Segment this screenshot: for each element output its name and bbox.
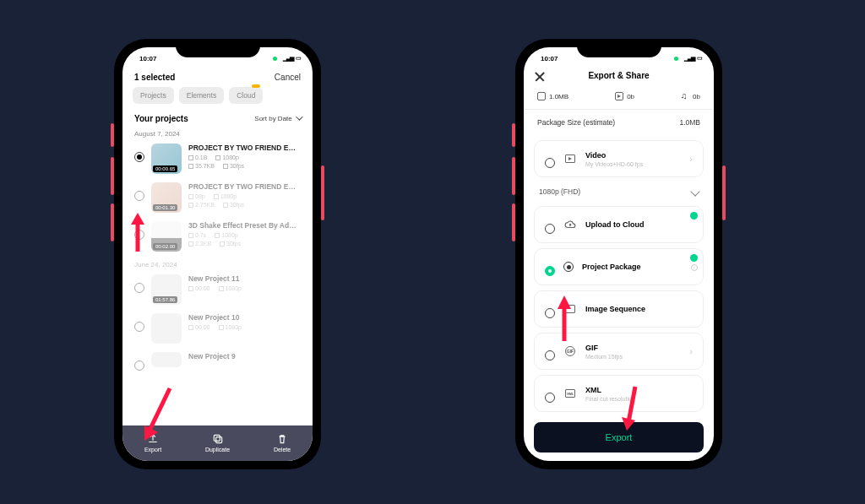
project-title: New Project 10: [188, 313, 301, 322]
export-icon: [147, 433, 159, 445]
radio[interactable]: [134, 322, 144, 332]
delete-action[interactable]: Delete: [274, 433, 291, 453]
tab-elements[interactable]: Elements: [179, 87, 224, 104]
side-button: [722, 165, 726, 220]
project-row[interactable]: 00:00.65 PROJECT BY TWO FRIEND EDITO... …: [122, 139, 313, 178]
meta-file: 35.7KB: [195, 163, 215, 169]
option-gif[interactable]: GIF GIF Medium 15fps ›: [534, 333, 704, 370]
status-time: 10:07: [134, 55, 156, 62]
status-icons: ▁▃▅ ▭: [269, 55, 301, 62]
option-project-package[interactable]: Project Package i: [534, 248, 704, 285]
screen-left: 10:07 ▁▃▅ ▭ 1 selected Cancel Projects E…: [122, 47, 313, 461]
side-button: [321, 165, 324, 220]
stat-value: 1.0MB: [549, 93, 569, 100]
meta-size: 0.7s: [195, 232, 206, 238]
chevron-down-icon: [296, 113, 302, 120]
duplicate-action[interactable]: Duplicate: [205, 433, 230, 453]
option-sub: Medium 15fps: [585, 354, 681, 360]
option-label: GIF: [585, 344, 681, 352]
project-title: New Project 11: [188, 274, 301, 283]
page-title: Export & Share: [588, 71, 649, 80]
export-button-label: Export: [606, 432, 633, 442]
project-title: 3D Shake Effect Preset By Adm...: [188, 221, 301, 230]
chevron-right-icon: ›: [689, 346, 693, 356]
option-sub: My Videos+HD-60 fps: [585, 161, 681, 167]
bottom-action-bar: Export Duplicate Delete: [122, 425, 313, 461]
option-label: XML: [585, 386, 693, 394]
cancel-button[interactable]: Cancel: [275, 73, 301, 82]
project-info: PROJECT BY TWO FRIEND EDITO... 0.1B 1080…: [188, 144, 301, 169]
project-title: PROJECT BY TWO FRIEND EDITO...: [188, 182, 301, 191]
option-label: Project Package: [582, 263, 693, 271]
radio[interactable]: [134, 230, 144, 240]
resolution-row[interactable]: 1080p (FHD): [524, 182, 714, 201]
project-thumbnail: [151, 313, 182, 344]
package-value: 1.0MB: [679, 118, 700, 127]
project-title: PROJECT BY TWO FRIEND EDITO...: [188, 144, 301, 152]
option-video[interactable]: Video My Videos+HD-60 fps ›: [534, 140, 704, 177]
chevron-down-icon: [690, 187, 699, 196]
status-bar: 10:07 ▁▃▅ ▭: [122, 47, 313, 66]
radio-selected[interactable]: [545, 266, 555, 276]
music-icon: ♫: [681, 92, 689, 100]
status-time: 10:07: [536, 55, 558, 62]
xml-icon: XML: [563, 387, 577, 400]
option-image-sequence[interactable]: Image Sequence: [534, 290, 704, 328]
radio[interactable]: [134, 191, 144, 201]
radio[interactable]: [545, 350, 555, 360]
battery-icon: ▭: [697, 55, 702, 62]
recording-dot-icon: [674, 57, 678, 61]
side-button: [512, 123, 515, 147]
cloud-icon: [563, 218, 577, 231]
option-label: Upload to Cloud: [585, 220, 693, 229]
radio-inner: [563, 262, 574, 272]
project-thumbnail: [151, 352, 182, 367]
project-row[interactable]: 01:57.86 New Project 11 00:00 1080p: [122, 270, 313, 309]
delete-label: Delete: [274, 447, 291, 453]
stat-video: 0b: [615, 92, 634, 100]
duplicate-icon: [212, 433, 224, 445]
export-header: Export & Share: [524, 66, 714, 87]
project-row[interactable]: New Project 10 00:00 1080p: [122, 309, 313, 348]
project-thumbnail: 01:57.86: [151, 274, 182, 305]
stat-audio: ♫0b: [681, 92, 700, 100]
export-action[interactable]: Export: [144, 433, 161, 453]
tab-cloud[interactable]: Cloud: [229, 87, 263, 104]
export-button[interactable]: Export: [534, 422, 704, 453]
side-button: [512, 203, 515, 241]
duration-badge: 00:01.30: [153, 204, 177, 211]
radio[interactable]: [545, 308, 555, 318]
tab-projects[interactable]: Projects: [133, 87, 174, 104]
radio[interactable]: [545, 224, 555, 234]
radio[interactable]: [134, 360, 144, 371]
signal-icon: ▁▃▅: [283, 55, 293, 62]
project-row[interactable]: 00:02.00 3D Shake Effect Preset By Adm..…: [122, 217, 313, 256]
stat-value: 0b: [627, 93, 634, 100]
new-badge: [690, 254, 698, 262]
sort-button[interactable]: Sort by Date: [254, 115, 301, 122]
radio[interactable]: [545, 158, 555, 168]
meta-size: 08p: [195, 193, 205, 199]
section-header: Your projects Sort by Date: [122, 109, 313, 125]
side-button: [512, 157, 515, 195]
selected-count: 1 selected: [134, 73, 175, 82]
date-group: August 7, 2024: [122, 125, 313, 139]
duplicate-label: Duplicate: [205, 447, 230, 453]
meta-res: 1080p: [226, 324, 242, 330]
recording-dot-icon: [273, 57, 277, 61]
radio-selected[interactable]: [134, 152, 144, 162]
screen-right: 10:07 ▁▃▅ ▭ Export & Share 1.0MB 0b ♫0b …: [524, 47, 714, 461]
meta-fps: 30fps: [230, 202, 244, 208]
project-row[interactable]: 00:01.30 PROJECT BY TWO FRIEND EDITO... …: [122, 178, 313, 217]
meta-file: 2.3KB: [195, 241, 211, 247]
meta-size: 00:00: [195, 285, 210, 291]
option-upload-cloud[interactable]: Upload to Cloud: [534, 206, 704, 243]
option-xml[interactable]: XML XML Final cut resolution: [534, 375, 704, 412]
close-button[interactable]: [534, 71, 546, 83]
radio[interactable]: [545, 393, 555, 403]
project-row[interactable]: New Project 9: [122, 348, 313, 375]
info-icon[interactable]: i: [691, 264, 698, 271]
faded-projects: 00:01.30 PROJECT BY TWO FRIEND EDITO... …: [122, 178, 313, 375]
stat-value: 0b: [693, 93, 700, 100]
radio[interactable]: [134, 283, 144, 293]
